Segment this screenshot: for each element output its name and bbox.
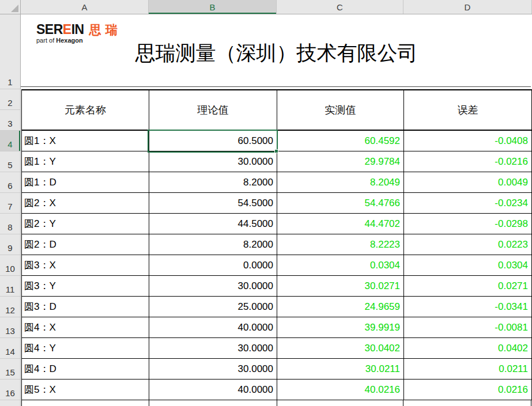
row-header-8[interactable]: 8	[0, 214, 20, 234]
row-header-13[interactable]: 13	[0, 317, 20, 338]
column-header-B[interactable]: B	[149, 0, 277, 14]
cell-D9[interactable]: 0.0223	[404, 234, 532, 255]
row-header-15[interactable]: 15	[0, 359, 20, 380]
row-header-6[interactable]: 6	[0, 172, 20, 193]
cell-D12[interactable]: -0.0341	[404, 297, 532, 317]
cell-D8[interactable]: -0.0298	[404, 214, 532, 234]
column-header-A[interactable]: A	[21, 0, 149, 14]
cell-A16[interactable]: 圆5：X	[22, 380, 149, 400]
cell-A12[interactable]: 圆3：D	[22, 297, 149, 317]
table-header-element-name[interactable]: 元素名称	[22, 90, 149, 131]
cell-D6[interactable]: 0.0049	[404, 172, 532, 193]
table-row: 圆5：X40.000040.02160.0216	[22, 380, 532, 400]
cell-C13[interactable]: 39.9919	[277, 317, 404, 338]
logo-text-accent: E	[63, 22, 71, 37]
row-header-7[interactable]: 7	[0, 193, 20, 214]
cell-D15[interactable]: 0.0211	[404, 359, 532, 380]
cell-A7[interactable]: 圆2：X	[22, 193, 149, 214]
row-header-11[interactable]: 11	[0, 276, 20, 297]
partial-cell-border	[277, 400, 404, 406]
cell-A9[interactable]: 圆2：D	[22, 234, 149, 255]
cell-D7[interactable]: -0.0234	[404, 193, 532, 214]
cell-D14[interactable]: 0.0402	[404, 338, 532, 359]
cell-B5[interactable]: 30.0000	[149, 151, 277, 172]
column-header-D[interactable]: D	[403, 0, 532, 14]
cell-C6[interactable]: 8.2049	[277, 172, 404, 193]
logo-text-chinese: 思瑞	[89, 23, 122, 36]
partial-cell-border	[403, 400, 531, 406]
cell-A13[interactable]: 圆4：X	[22, 317, 149, 338]
row-header-5[interactable]: 5	[0, 151, 20, 172]
spreadsheet-window: ABCD 12345678910111213141516 SEREIN思瑞 pa…	[0, 0, 532, 406]
cell-A10[interactable]: 圆3：X	[22, 255, 149, 276]
row-header-2[interactable]: 2	[0, 89, 20, 110]
column-header-C[interactable]: C	[277, 0, 403, 14]
select-all-button[interactable]	[0, 0, 21, 14]
cell-C9[interactable]: 8.2223	[277, 234, 404, 255]
cell-A8[interactable]: 圆2：Y	[22, 214, 149, 234]
table-header-theoretical[interactable]: 理论值	[149, 90, 277, 131]
select-all-triangle-icon	[11, 5, 18, 12]
cell-A5[interactable]: 圆1：Y	[22, 151, 149, 172]
cell-B16[interactable]: 40.0000	[149, 380, 277, 400]
cell-B10[interactable]: 0.0000	[149, 255, 277, 276]
cell-C7[interactable]: 54.4766	[277, 193, 404, 214]
row-header-strip: 12345678910111213141516	[0, 14, 21, 406]
row-header-4[interactable]: 4	[0, 131, 20, 151]
cell-B15[interactable]: 30.0000	[149, 359, 277, 380]
table-row: 圆3：X0.00000.03040.0304	[22, 255, 532, 276]
cell-B7[interactable]: 54.5000	[149, 193, 277, 214]
cell-D5[interactable]: -0.0216	[404, 151, 532, 172]
table-row: 圆2：Y44.500044.4702-0.0298	[22, 214, 532, 234]
cell-A4[interactable]: 圆1：X	[22, 131, 149, 151]
row-header-10[interactable]: 10	[0, 255, 20, 276]
table-row: 圆1：X60.500060.4592-0.0408	[22, 131, 532, 151]
table-row: 圆3：D25.000024.9659-0.0341	[22, 297, 532, 317]
cell-B4[interactable]: 60.5000	[149, 131, 277, 151]
cell-D10[interactable]: 0.0304	[404, 255, 532, 276]
cell-A6[interactable]: 圆1：D	[22, 172, 149, 193]
cell-C15[interactable]: 30.0211	[277, 359, 404, 380]
row-header-3[interactable]: 3	[0, 110, 20, 131]
cell-C8[interactable]: 44.4702	[277, 214, 404, 234]
cell-C12[interactable]: 24.9659	[277, 297, 404, 317]
row-header-14[interactable]: 14	[0, 338, 20, 359]
cell-C14[interactable]: 30.0402	[277, 338, 404, 359]
cell-B11[interactable]: 30.0000	[149, 276, 277, 297]
table-header-error[interactable]: 误差	[404, 90, 532, 131]
cell-B8[interactable]: 44.5000	[149, 214, 277, 234]
logo-text-black2: IN	[71, 22, 84, 37]
table-row: 圆4：Y30.000030.04020.0402	[22, 338, 532, 359]
cell-C16[interactable]: 40.0216	[277, 380, 404, 400]
column-header-row: ABCD	[0, 0, 532, 14]
cell-C4[interactable]: 60.4592	[277, 131, 404, 151]
cell-D4[interactable]: -0.0408	[404, 131, 532, 151]
table-header-measured[interactable]: 实测值	[277, 90, 404, 131]
measurement-table: 元素名称理论值实测值误差 圆1：X60.500060.4592-0.0408圆1…	[21, 89, 532, 400]
cell-D11[interactable]: 0.0271	[404, 276, 532, 297]
fill-handle[interactable]	[274, 149, 278, 153]
cell-A11[interactable]: 圆3：Y	[22, 276, 149, 297]
cell-A14[interactable]: 圆4：Y	[22, 338, 149, 359]
cell-D13[interactable]: -0.0081	[404, 317, 532, 338]
partial-row-17	[21, 400, 531, 406]
cell-C5[interactable]: 29.9784	[277, 151, 404, 172]
row-header-16[interactable]: 16	[0, 380, 20, 400]
partial-cell-border	[149, 400, 277, 406]
table-row: 圆3：Y30.000030.02710.0271	[22, 276, 532, 297]
row-header-9[interactable]: 9	[0, 234, 20, 255]
cell-D16[interactable]: 0.0216	[404, 380, 532, 400]
cell-A15[interactable]: 圆4：D	[22, 359, 149, 380]
row-header-12[interactable]: 12	[0, 297, 20, 317]
cell-B9[interactable]: 8.2000	[149, 234, 277, 255]
title-row: SEREIN思瑞 part of Hexagon 思瑞测量（深圳）技术有限公司	[21, 14, 532, 89]
sheet-content: SEREIN思瑞 part of Hexagon 思瑞测量（深圳）技术有限公司 …	[21, 14, 532, 406]
cell-B12[interactable]: 25.0000	[149, 297, 277, 317]
cell-C11[interactable]: 30.0271	[277, 276, 404, 297]
cell-B14[interactable]: 30.0000	[149, 338, 277, 359]
row-header-1[interactable]: 1	[0, 14, 20, 89]
table-row: 圆2：X54.500054.4766-0.0234	[22, 193, 532, 214]
cell-C10[interactable]: 0.0304	[277, 255, 404, 276]
cell-B6[interactable]: 8.2000	[149, 172, 277, 193]
cell-B13[interactable]: 40.0000	[149, 317, 277, 338]
